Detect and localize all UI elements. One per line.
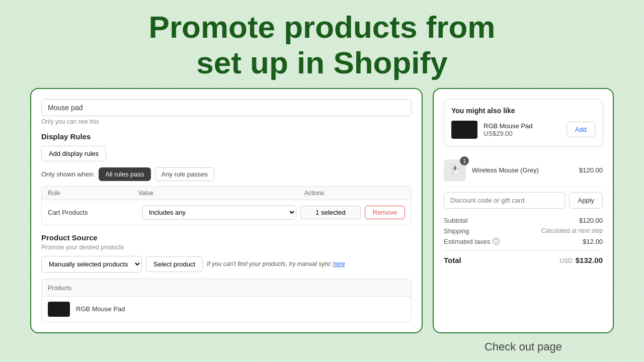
suggestion-info: RGB Mouse Pad US$29.00 xyxy=(484,122,560,137)
order-summary: Subtotal $120.00 Shipping Calculated at … xyxy=(444,217,603,264)
suggested-product: RGB Mouse Pad US$29.00 Add xyxy=(451,121,595,139)
actions-col-header: Actions xyxy=(304,190,365,197)
shipping-row: Shipping Calculated at next step xyxy=(444,227,603,235)
rules-table-header: Rule Value Actions xyxy=(42,187,411,200)
taxes-row: Estimated taxes ⓘ $12.00 xyxy=(444,238,603,245)
suggestion-price: US$29.00 xyxy=(484,130,560,137)
cart-item-quantity-badge: 1 xyxy=(460,156,469,165)
total-row: Total USD $132.00 xyxy=(444,250,603,264)
remove-rule-button[interactable]: Remove xyxy=(365,206,405,219)
total-value: USD $132.00 xyxy=(559,256,603,264)
checkout-page-label: Check out page xyxy=(485,340,562,353)
source-type-select[interactable]: Manually selected products xyxy=(41,256,142,273)
discount-row: Apply xyxy=(444,192,603,209)
rules-table: Rule Value Actions Cart Products Include… xyxy=(41,186,412,225)
product-source-subtitle: Promote your desired products xyxy=(41,244,412,251)
input-hint: Only you can see this xyxy=(41,118,412,125)
cart-item-name: Wireless Mouse (Grey) xyxy=(472,166,573,174)
suggestion-name: RGB Mouse Pad xyxy=(484,122,560,130)
right-panel: You might also like RGB Mouse Pad US$29.… xyxy=(433,88,614,333)
main-layout: Only you can see this Display Rules Add … xyxy=(0,88,644,333)
product-source-title: Product Source xyxy=(41,233,412,242)
taxes-info-icon[interactable]: ⓘ xyxy=(493,238,500,245)
cart-item-thumb-wrapper: 🖱️ 1 xyxy=(444,159,466,182)
apply-discount-button[interactable]: Apply xyxy=(569,192,603,209)
list-item: RGB Mouse Pad xyxy=(42,297,411,322)
cart-item: 🖱️ 1 Wireless Mouse (Grey) $120.00 xyxy=(444,154,603,187)
left-panel: Only you can see this Display Rules Add … xyxy=(30,88,423,333)
rule-col-header: Rule xyxy=(48,190,138,197)
manual-sync-hint: If you can't find your products, try man… xyxy=(207,260,345,267)
you-might-like-title: You might also like xyxy=(451,107,595,115)
subtotal-label: Subtotal xyxy=(444,217,468,224)
any-rule-passes-button[interactable]: Any rule passes xyxy=(155,167,215,181)
display-rules-section: Display Rules Add display rules Only sho… xyxy=(41,132,412,225)
display-rules-title: Display Rules xyxy=(41,132,412,141)
products-list: Products RGB Mouse Pad xyxy=(41,279,412,322)
product-name: RGB Mouse Pad xyxy=(76,305,125,313)
total-currency: USD xyxy=(559,257,572,264)
products-header: Products xyxy=(42,279,411,297)
widget-title-input[interactable] xyxy=(41,99,412,116)
total-label: Total xyxy=(444,256,461,264)
add-to-cart-button[interactable]: Add xyxy=(567,122,595,137)
add-display-rules-button[interactable]: Add display rules xyxy=(41,146,106,161)
taxes-value: $12.00 xyxy=(583,238,603,245)
product-source-section: Product Source Promote your desired prod… xyxy=(41,233,412,322)
select-product-button[interactable]: Select product xyxy=(146,256,203,272)
product-thumbnail xyxy=(48,302,70,317)
discount-input[interactable] xyxy=(444,192,565,209)
rule-cart-products: Cart Products xyxy=(48,209,138,216)
shipping-value: Calculated at next step xyxy=(541,227,603,235)
selected-badge: 1 selected xyxy=(300,206,361,219)
manual-sync-link[interactable]: here xyxy=(333,260,345,267)
includes-any-select[interactable]: Includes any xyxy=(142,205,296,220)
condition-label: Only shown when: xyxy=(41,170,95,178)
cart-item-price: $120.00 xyxy=(579,166,603,174)
taxes-label: Estimated taxes ⓘ xyxy=(444,238,500,245)
mouse-icon: 🖱️ xyxy=(448,164,462,177)
hero-title: Promote products from set up in Shopify xyxy=(30,9,614,81)
all-rules-pass-button[interactable]: All rules pass xyxy=(99,167,150,181)
subtotal-value: $120.00 xyxy=(579,217,603,224)
condition-row: Only shown when: All rules pass Any rule… xyxy=(41,167,412,181)
product-source-controls: Manually selected products Select produc… xyxy=(41,256,412,273)
shipping-label: Shipping xyxy=(444,227,469,235)
table-row: Cart Products Includes any 1 selected Re… xyxy=(42,200,411,225)
subtotal-row: Subtotal $120.00 xyxy=(444,217,603,224)
suggestion-thumbnail xyxy=(451,121,477,139)
you-might-also-like-card: You might also like RGB Mouse Pad US$29.… xyxy=(444,99,603,146)
value-col-header: Value xyxy=(138,190,304,197)
hero-section: Promote products from set up in Shopify xyxy=(0,0,644,88)
